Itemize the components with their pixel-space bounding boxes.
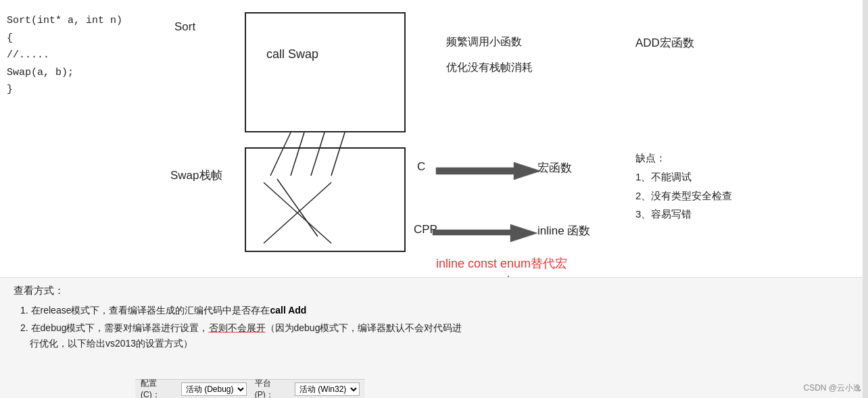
- disadvantages: 缺点： 1、不能调试 2、没有类型安全检查 3、容易写错: [635, 149, 732, 224]
- code-line4: Swap(a, b);: [7, 64, 122, 82]
- config-select[interactable]: 活动 (Debug): [181, 382, 247, 396]
- scrollbar[interactable]: [863, 0, 868, 398]
- sort-box-text: call Swap: [266, 47, 318, 61]
- main-container: Sort(int* a, int n) { //..... Swap(a, b)…: [0, 0, 868, 398]
- optimize-label: 优化没有栈帧消耗: [446, 61, 533, 75]
- method-item-2-continue: 行优化，以下给出vs2013的设置方式）: [30, 338, 193, 349]
- svg-marker-7: [436, 162, 541, 180]
- disadv-item1: 1、不能调试: [635, 168, 732, 186]
- disadv-title: 缺点：: [635, 149, 732, 168]
- toolbar-row: 配置 (C)： 活动 (Debug) 平台 (P)： 活动 (Win32): [135, 379, 365, 398]
- method-item-1-prefix: 1. 在release模式下，查看编译器生成的汇编代码中是否存在: [20, 305, 270, 316]
- code-block: Sort(int* a, int n) { //..... Swap(a, b)…: [7, 12, 122, 99]
- method-item-1-bold: call Add: [270, 305, 306, 316]
- code-line3: //.....: [7, 47, 122, 64]
- add-macro-label: ADD宏函数: [635, 35, 694, 51]
- code-line1: Sort(int* a, int n): [7, 12, 122, 30]
- disadv-item3: 3、容易写错: [635, 205, 732, 224]
- sort-box: call Swap: [245, 12, 406, 132]
- freq-label: 频繁调用小函数: [446, 35, 522, 49]
- bottom-section: 查看方式： 1. 在release模式下，查看编译器生成的汇编代码中是否存在ca…: [0, 277, 868, 398]
- platform-select[interactable]: 活动 (Win32): [295, 382, 360, 396]
- code-line2: {: [7, 30, 122, 47]
- method-item-2-prefix: 2. 在debug模式下，需要对编译器进行设置，否则不会展开（因为debug模式…: [20, 322, 462, 333]
- macro-result: 宏函数: [537, 160, 572, 176]
- csdn-watermark: CSDN @云小逸: [803, 382, 861, 394]
- c-label: C: [417, 160, 425, 174]
- inline-result: inline 函数: [537, 223, 590, 239]
- sort-label: Sort: [174, 20, 195, 34]
- platform-label: 平台 (P)：: [255, 378, 292, 399]
- config-label: 配置 (C)：: [141, 378, 178, 399]
- swap-box: [245, 147, 406, 252]
- svg-marker-8: [433, 224, 537, 242]
- code-line5: }: [7, 81, 122, 99]
- view-method-label: 查看方式：: [14, 284, 854, 297]
- disadv-item2: 2、没有类型安全检查: [635, 186, 732, 205]
- method-item-1: 1. 在release模式下，查看编译器生成的汇编代码中是否存在call Add: [20, 303, 854, 318]
- inline-enum-text: inline const enum替代宏: [436, 255, 567, 272]
- method-item-2: 2. 在debug模式下，需要对编译器进行设置，否则不会展开（因为debug模式…: [20, 320, 854, 351]
- cpp-label: CPP: [414, 223, 437, 237]
- top-section: Sort(int* a, int n) { //..... Swap(a, b)…: [0, 0, 868, 277]
- swap-label: Swap栈帧: [170, 168, 222, 183]
